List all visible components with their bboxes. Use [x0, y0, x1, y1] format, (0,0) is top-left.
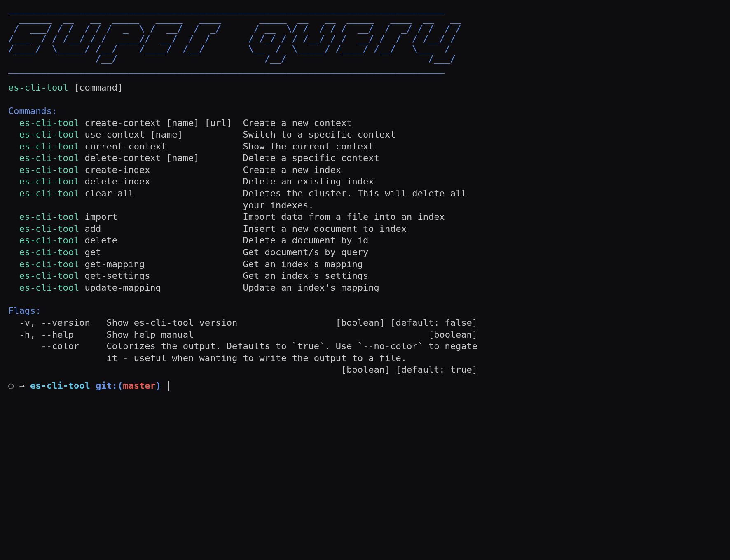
command-name: delete-index: [79, 176, 243, 187]
flag-meta: [boolean] [default: false]: [336, 317, 477, 328]
command-name: create-context [name] [url]: [79, 118, 243, 128]
command-desc: Delete an existing index: [243, 176, 374, 187]
commands-section: Commands: es-cli-tool create-context [na…: [8, 105, 722, 294]
command-row: es-cli-tool use-context [name] Switch to…: [8, 129, 722, 141]
command-tool: es-cli-tool: [8, 259, 79, 269]
commands-label: Commands:: [8, 105, 722, 117]
flag-desc: it - useful when wanting to write the ou…: [106, 353, 406, 363]
command-row: es-cli-tool delete-context [name] Delete…: [8, 152, 722, 164]
command-row: es-cli-tool get-mapping Get an index's m…: [8, 259, 722, 271]
command-row: es-cli-tool get-settings Get an index's …: [8, 270, 722, 282]
command-desc: Create a new context: [243, 118, 352, 128]
command-name: import: [79, 212, 243, 222]
command-desc: Switch to a specific context: [243, 129, 396, 140]
flag-row: -h, --help Show help manual [boolean]: [8, 329, 722, 341]
command-row: es-cli-tool update-mapping Update an ind…: [8, 282, 722, 294]
prompt-paren-open: (: [117, 380, 123, 391]
prompt-paren-close: ): [156, 380, 161, 391]
command-name: delete: [79, 235, 243, 245]
flag-row: -v, --version Show es-cli-tool version […: [8, 317, 722, 329]
prompt-git-label: git:: [96, 380, 117, 391]
command-tool: es-cli-tool: [8, 188, 79, 198]
usage-line: es-cli-tool [command]: [8, 82, 722, 94]
tool-name: es-cli-tool: [8, 82, 68, 93]
command-row: es-cli-tool add Insert a new document to…: [8, 223, 722, 235]
flag-meta: [boolean] [default: true]: [341, 364, 477, 375]
command-tool: es-cli-tool: [8, 153, 79, 163]
command-name: delete-context [name]: [79, 153, 243, 163]
command-tool: es-cli-tool: [8, 282, 79, 293]
flag-row: --color Colorizes the output. Defaults t…: [8, 341, 722, 352]
command-name: create-index: [79, 165, 243, 175]
usage-arg: [command]: [74, 82, 123, 93]
command-desc: Show the current context: [243, 141, 374, 152]
command-row: es-cli-tool delete Delete a document by …: [8, 235, 722, 247]
prompt-status-icon: ○: [8, 380, 14, 391]
cursor-icon: [168, 381, 169, 391]
command-desc: Delete a document by id: [243, 235, 369, 245]
command-name: get-mapping: [79, 259, 243, 269]
flag-row: it - useful when wanting to write the ou…: [8, 352, 722, 364]
command-desc-cont: your indexes.: [243, 200, 314, 210]
command-desc: Get an index's mapping: [243, 259, 363, 269]
flags-list: -v, --version Show es-cli-tool version […: [8, 317, 722, 376]
command-row: es-cli-tool clear-all Deletes the cluste…: [8, 188, 722, 200]
flag-name: --color: [8, 341, 106, 351]
command-tool: es-cli-tool: [8, 129, 79, 140]
command-desc: Update an index's mapping: [243, 282, 379, 293]
flags-section: Flags: -v, --version Show es-cli-tool ve…: [8, 305, 722, 376]
command-tool: es-cli-tool: [8, 141, 79, 152]
command-row: es-cli-tool create-index Create a new in…: [8, 164, 722, 176]
flags-label: Flags:: [8, 305, 722, 317]
flag-desc: Colorizes the output. Defaults to `true`…: [106, 341, 477, 351]
command-name: use-context [name]: [79, 129, 243, 140]
flag-desc: Show help manual: [106, 329, 428, 340]
command-tool: es-cli-tool: [8, 224, 79, 234]
command-tool: es-cli-tool: [8, 176, 79, 187]
command-name: current-context: [79, 141, 243, 152]
commands-list: es-cli-tool create-context [name] [url] …: [8, 117, 722, 294]
command-name: update-mapping: [79, 282, 243, 293]
flag-name: -v, --version: [8, 317, 106, 328]
command-desc: Delete a specific context: [243, 153, 379, 163]
command-name: get: [79, 247, 243, 257]
command-row: your indexes.: [8, 200, 722, 212]
flag-meta: [boolean]: [428, 329, 477, 340]
prompt-directory: es-cli-tool: [30, 380, 90, 391]
command-tool: es-cli-tool: [8, 247, 79, 257]
command-desc: Insert a new document to index: [243, 224, 407, 234]
command-name: clear-all: [79, 188, 243, 198]
command-row: es-cli-tool get Get document/s by query: [8, 247, 722, 259]
prompt-arrow-icon: →: [19, 380, 25, 391]
command-row: es-cli-tool delete-index Delete an exist…: [8, 176, 722, 188]
command-tool: es-cli-tool: [8, 165, 79, 175]
command-row: es-cli-tool import Import data from a fi…: [8, 211, 722, 223]
command-name: get-settings: [79, 271, 243, 281]
command-desc: Deletes the cluster. This will delete al…: [243, 188, 467, 198]
command-tool: es-cli-tool: [8, 235, 79, 245]
command-desc: Create a new index: [243, 165, 341, 175]
prompt-git-branch: master: [123, 380, 155, 391]
flag-meta-row: [boolean] [default: true]: [8, 364, 722, 376]
command-name: add: [79, 224, 243, 234]
command-desc: Get an index's settings: [243, 271, 369, 281]
flag-desc: Show es-cli-tool version: [106, 317, 335, 328]
command-desc: Get document/s by query: [243, 247, 369, 257]
flag-name: -h, --help: [8, 329, 106, 340]
command-tool: es-cli-tool: [8, 118, 79, 128]
command-row: es-cli-tool current-context Show the cur…: [8, 141, 722, 153]
command-tool: es-cli-tool: [8, 271, 79, 281]
command-desc: Import data from a file into an index: [243, 212, 445, 222]
shell-prompt[interactable]: ○ → es-cli-tool git:(master): [8, 380, 722, 392]
ascii-art-banner: ________________________________________…: [8, 4, 722, 74]
command-tool: es-cli-tool: [8, 212, 79, 222]
command-row: es-cli-tool create-context [name] [url] …: [8, 117, 722, 129]
